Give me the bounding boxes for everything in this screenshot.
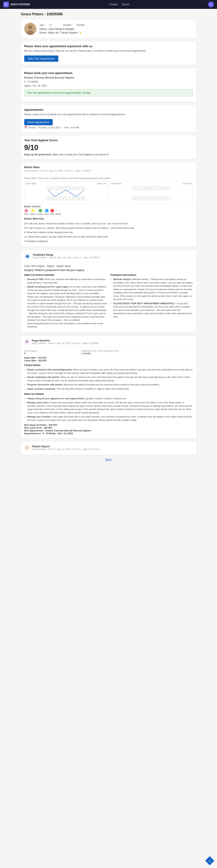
svg-rect-27	[132, 186, 135, 190]
timeline-link[interactable]: Timeline	[109, 3, 118, 6]
treatment-list: Motivate elastics: Motivate elastics - P…	[110, 278, 193, 318]
clinical-item: Upper archiwire expanded: This will help…	[27, 387, 193, 391]
svg-rect-42	[142, 196, 145, 200]
svg-rect-30	[142, 186, 145, 190]
more-button[interactable]: More	[105, 458, 112, 461]
elastic-key-title: Elastic Wear Key:	[24, 217, 193, 220]
report-link[interactable]: Report	[122, 3, 129, 6]
notes-for-patient: Notes for Patient: Always bring all your…	[24, 392, 193, 422]
svg-rect-23	[73, 196, 75, 200]
habit-item: Mouth breathing (Lip Pos / upper tape): …	[27, 285, 107, 329]
treatment-item: PLEASE BOOK YOUR NEXT APPOINTMENT IMMEDI…	[114, 302, 193, 318]
elastic-key-item: 24/7 with U braces & L retainer: Wear th…	[24, 226, 193, 230]
oral-hygiene-info-value: 9	[24, 352, 79, 355]
next-appt-info-value: Routine Checkup (Normal Braces)/ Aligner…	[45, 429, 91, 432]
teeth-diagram: Upper Right Upper Left	[24, 181, 193, 204]
book-next-appt-card: Please book your next appointment: Routi…	[21, 68, 196, 102]
age-label: Age:	[39, 24, 44, 26]
svg-rect-12	[76, 186, 79, 190]
svg-rect-25	[79, 196, 82, 200]
habit-list: Bruxing & TMD: Wear your retainers inter…	[24, 278, 107, 329]
nav-links: Timeline Report	[109, 3, 129, 6]
next-upper-arch-label: Next Upper Archiwire:	[24, 424, 48, 426]
top-navigation: H HUGO SYSTEMS Timeline Report U	[0, 0, 217, 9]
treatment-icon: ✓	[24, 253, 31, 260]
hugo-systems-card: ⚙ Hugo Systems Hugo Systems · Chris A · …	[21, 336, 196, 438]
survey-title: Please share your appointment experience…	[24, 44, 193, 48]
logo-icon: H	[3, 2, 9, 7]
clinical-item: Elastic motivation with patient: When we…	[27, 375, 193, 382]
color-swatch-item: Red	[50, 209, 54, 215]
next-appt-info-label: Next Appointment:	[24, 429, 44, 432]
color-swatch-item: Blue	[44, 209, 49, 215]
passed-label: Passed:	[28, 126, 36, 129]
surgery-value: Patient is prepared to have the jaw surg…	[35, 269, 85, 272]
next-appt-date: Apptm: Oct. 19, 2022	[24, 84, 193, 87]
svg-rect-10	[69, 186, 72, 190]
patient-avatar	[24, 23, 36, 35]
svg-rect-14	[82, 186, 85, 190]
svg-rect-13	[79, 186, 82, 190]
book-appointment-button[interactable]: Book Appointment	[24, 119, 53, 125]
svg-rect-18	[57, 196, 59, 200]
color-swatch-item: Pink	[24, 209, 28, 215]
notes-item: Manage centre-lines: Please stop asymmet…	[27, 401, 193, 414]
swatch-name: Red	[50, 213, 54, 215]
elastic-wear-meta: Hugo Systems · Chris A · Aug. 13, 2022, …	[24, 169, 193, 172]
keep-up-text: Keep up the good work: Make sure to keep…	[24, 153, 193, 156]
treatment-item: Motivate elastics: Motivate elastics - P…	[114, 278, 193, 301]
next-appt-green-message: Your next appointment should be in appro…	[24, 89, 193, 96]
treatment-time-label: Treatment Time / Post Treatment Time:	[81, 350, 136, 352]
appointments-card: Appointments: Please make sure to schedu…	[21, 105, 196, 132]
surgery-line: Surgery: Patient is prepared to have the…	[24, 269, 193, 272]
hs-title: Hugo Systems	[32, 339, 99, 342]
edit-doctor-icon[interactable]: ✏️	[79, 31, 82, 34]
treatment-setup-header: ✓ Treatment Setup Hugo Systems · Chris A…	[24, 253, 193, 260]
treatment-setup-meta: Hugo Systems · Chris A · Aug. 19, 2022, …	[33, 256, 100, 259]
appt-in-value: 8 - 10 Weeks - (Oct. 19, 2022)	[42, 432, 73, 435]
treatment-time-info: Treatment Time / Post Treatment Time: 1 …	[81, 350, 136, 355]
habit-correction-col: Habit Correction Activities Bruxing & TM…	[24, 274, 107, 329]
color-swatch-item: Yellow	[30, 209, 36, 215]
next-upper-arch-row: Next Upper Archiwire: 016 NiTi	[24, 424, 193, 426]
doctor-label: Doctor:	[39, 31, 48, 34]
svg-rect-20	[63, 196, 66, 200]
age-value: 17	[49, 24, 52, 26]
logo: H HUGO SYSTEMS	[3, 2, 30, 7]
svg-rect-41	[138, 196, 141, 200]
svg-rect-26	[82, 196, 85, 200]
patient-details: Age: 17 Gender: Female History: Latex Al…	[39, 23, 193, 34]
svg-point-1	[28, 25, 32, 29]
next-lower-arch-row: Next Lower Arch: 016 NiTi	[24, 427, 193, 429]
treatment-instructions-col: Treatment Instructions Motivate elastics…	[110, 274, 193, 329]
patient-report-card: 📋 Patient Report Hugo Systems · Chris A …	[21, 441, 196, 455]
svg-rect-17	[53, 196, 56, 200]
swatch-name: White	[56, 213, 61, 215]
treatment-setup-card: ✓ Treatment Setup Hugo Systems · Chris A…	[21, 250, 196, 333]
user-avatar[interactable]: U	[208, 2, 214, 7]
svg-rect-4	[50, 186, 53, 190]
doctor-value: Akbar, MJ - Dental Surgeon	[48, 31, 78, 34]
svg-rect-22	[69, 196, 72, 200]
upper-wire-value: 012 NiTi	[38, 356, 46, 359]
oral-hygiene-title: Your Oral Hygiene Score:	[24, 138, 193, 142]
svg-rect-38	[167, 186, 170, 190]
swatch-circle	[45, 209, 49, 213]
lower-wire-row: Lower Wire: 012 NiTi	[24, 359, 193, 362]
clinical-item: Progress discussion with patient: Whenev…	[27, 383, 193, 386]
rate-appointment-button[interactable]: Rate Your Appointment	[24, 56, 58, 62]
svg-rect-49	[164, 196, 167, 200]
oral-hygiene-card: Your Oral Hygiene Score: 9/10 Keep up th…	[21, 135, 196, 159]
elastic-wear-title: Elastic Wear	[24, 166, 40, 169]
keep-up-label: Keep up the good work:	[24, 153, 52, 156]
elastic-key-item: N: Wear those elastics during sleeping h…	[24, 230, 193, 234]
svg-rect-16	[50, 196, 53, 200]
treatment-setup-title: Treatment Setup	[33, 253, 100, 256]
svg-rect-15	[47, 196, 50, 200]
upper-right-label: Upper Right	[26, 182, 36, 185]
upper-wire-label: Upper Wire:	[24, 356, 37, 359]
report-meta: Hugo Systems · Chris A · Aug. 13, 2022, …	[32, 448, 100, 451]
swatch-name: Blue	[44, 213, 49, 215]
patient-info-card: Age: 17 Gender: Female History: Latex Al…	[21, 20, 196, 38]
svg-rect-35	[158, 186, 161, 190]
